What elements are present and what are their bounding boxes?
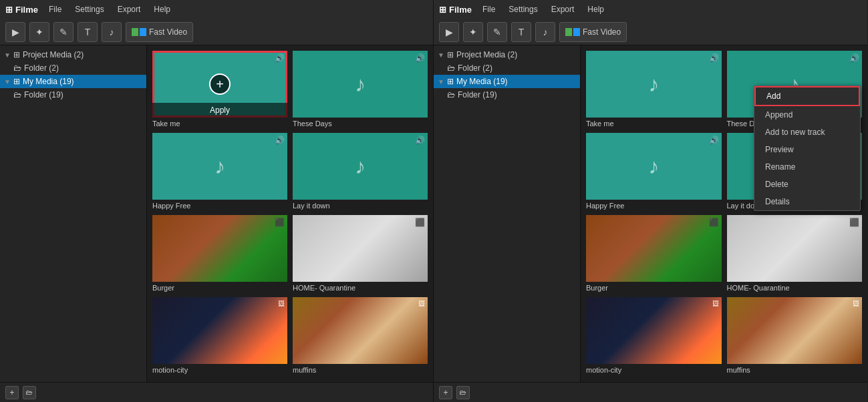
text-btn-r[interactable]: T — [511, 22, 531, 42]
apply-label: Apply — [210, 106, 230, 115]
media-item-home-r[interactable]: ⬛ HOME- Quarantine — [727, 215, 863, 292]
folder1-item[interactable]: 🗁 Folder (2) — [0, 61, 146, 75]
my-media-item[interactable]: ▼ ⊞ My Media (19) — [0, 75, 146, 88]
folder2-label-r: Folder (19) — [458, 90, 497, 99]
media-item-motion-r[interactable]: 🖼 motion-city — [586, 297, 722, 374]
effects-btn-r[interactable]: ✦ — [463, 22, 483, 42]
audio-btn[interactable]: ♪ — [102, 22, 122, 42]
project-media-item[interactable]: ▼ ⊞ Project Media (2) — [0, 48, 146, 61]
add-media-btn-r[interactable]: + — [439, 386, 452, 399]
apply-overlay: Apply — [152, 103, 287, 118]
audio-btn-r[interactable]: ♪ — [535, 22, 555, 42]
menu-file-right[interactable]: File — [480, 3, 498, 15]
context-menu-add-to-new-track[interactable]: Add to new track — [754, 124, 860, 141]
folder-icon-1: 🗁 — [13, 63, 21, 73]
media-item-burger-r[interactable]: ⬛ Burger — [586, 215, 722, 292]
menu-settings-right[interactable]: Settings — [506, 3, 540, 15]
media-item-burger[interactable]: ⬛ Burger — [152, 215, 287, 292]
music-note-3r: ♪ — [648, 154, 659, 179]
folder1-label-r: Folder (2) — [458, 63, 492, 73]
thumb-lay-it-down: 🔊 ♪ — [293, 133, 428, 200]
folder-icon-2: 🗁 — [13, 90, 21, 99]
volume-icon-3: 🔊 — [275, 136, 285, 145]
effects-btn[interactable]: ✦ — [29, 22, 49, 42]
arrow-icon: ▼ — [4, 51, 11, 59]
edit-btn[interactable]: ✎ — [53, 22, 74, 42]
bottom-toolbar-left: + 🗁 — [0, 382, 433, 402]
context-menu-delete[interactable]: Delete — [754, 176, 860, 193]
add-circle-icon: + — [209, 73, 231, 95]
lay-it-down-label: Lay it down — [293, 202, 428, 210]
fast-video-label: Fast Video — [149, 27, 187, 37]
menu-help[interactable]: Help — [151, 3, 173, 15]
project-media-item-r[interactable]: ▼ ⊞ Project Media (2) — [434, 48, 580, 61]
muffins-label-r: muffins — [727, 366, 863, 374]
thumb-muffins: 🖼 — [293, 297, 428, 364]
folder-icon-1r: 🗁 — [447, 63, 455, 73]
media-item-muffins[interactable]: 🖼 muffins — [293, 297, 428, 374]
app-name: Filme — [15, 5, 38, 15]
arrow-icon-r: ▼ — [438, 51, 444, 59]
muffins-label: muffins — [293, 366, 428, 374]
menu-export-right[interactable]: Export — [549, 3, 577, 15]
context-menu-append[interactable]: Append — [754, 106, 860, 124]
menubar-right: ⊞ Filme File Settings Export Help — [434, 0, 867, 19]
motion-city-label: motion-city — [152, 366, 287, 374]
logo-grid-icon: ⊞ — [5, 5, 13, 15]
music-note-2: ♪ — [355, 72, 366, 97]
media-area-right: 🔊 ♪ Take me 🔊 ♪ These Days 🔊 — [581, 45, 867, 382]
img-badge-motion: 🖼 — [278, 300, 285, 307]
media-item-lay-it-down[interactable]: 🔊 ♪ Lay it down — [293, 133, 428, 210]
media-item-motion-city[interactable]: 🖼 motion-city — [152, 297, 287, 374]
context-menu-details[interactable]: Details — [754, 193, 860, 210]
edit-btn-r[interactable]: ✎ — [487, 22, 507, 42]
thumb-muffins-r: 🖼 — [727, 297, 863, 364]
context-menu-add[interactable]: Add — [754, 86, 860, 106]
context-menu-rename[interactable]: Rename — [754, 158, 860, 176]
fast-video-button-right[interactable]: Fast Video — [559, 22, 627, 42]
main-area-right: ▼ ⊞ Project Media (2) 🗁 Folder (2) ▼ ⊞ M… — [434, 45, 867, 382]
music-note-3: ♪ — [214, 154, 225, 179]
folder-btn[interactable]: 🗁 — [23, 386, 36, 399]
media-item-take-me[interactable]: 🔊 + Apply Take me — [152, 51, 287, 128]
menu-export[interactable]: Export — [115, 3, 144, 15]
thumb-motion: 🖼 — [152, 297, 287, 364]
play-btn[interactable]: ▶ — [5, 22, 25, 42]
text-btn[interactable]: T — [78, 22, 98, 42]
folder2-item-r[interactable]: 🗁 Folder (19) — [434, 88, 580, 102]
app-name-right: Filme — [449, 5, 472, 15]
happy-free-label-r: Happy Free — [586, 202, 722, 210]
arrow-icon-2r: ▼ — [438, 78, 444, 85]
folder1-item-r[interactable]: 🗁 Folder (2) — [434, 61, 580, 75]
volume-icon-4: 🔊 — [415, 136, 425, 145]
folder1-label: Folder (2) — [24, 63, 59, 73]
context-menu-preview[interactable]: Preview — [754, 141, 860, 158]
media-grid-left: 🔊 + Apply Take me 🔊 ♪ These — [152, 51, 428, 374]
menu-help-right[interactable]: Help — [585, 3, 607, 15]
video-badge-burger-r: ⬛ — [709, 218, 719, 227]
thumb-these-days: 🔊 ♪ — [293, 51, 428, 118]
project-media-label-r: Project Media (2) — [456, 50, 517, 59]
my-media-item-r[interactable]: ▼ ⊞ My Media (19) — [434, 75, 580, 88]
menu-settings[interactable]: Settings — [72, 3, 106, 15]
folder-btn-r[interactable]: 🗁 — [456, 386, 470, 399]
thumb-happy-free: 🔊 ♪ — [152, 133, 287, 200]
media-item-happy-free[interactable]: 🔊 ♪ Happy Free — [152, 133, 287, 210]
folder2-item[interactable]: 🗁 Folder (19) — [0, 88, 146, 102]
menu-file[interactable]: File — [46, 3, 64, 15]
logo-grid-icon-right: ⊞ — [439, 5, 446, 15]
media-item-take-me-r[interactable]: 🔊 ♪ Take me — [586, 51, 722, 128]
thumb-motion-r: 🖼 — [586, 297, 722, 364]
media-item-these-days[interactable]: 🔊 ♪ These Days — [293, 51, 428, 128]
media-item-home-quarantine[interactable]: ⬛ HOME- Quarantine — [293, 215, 428, 292]
music-note-4: ♪ — [355, 154, 366, 179]
play-btn-r[interactable]: ▶ — [439, 22, 459, 42]
add-media-btn[interactable]: + — [5, 386, 19, 399]
media-item-muffins-r[interactable]: 🖼 muffins — [727, 297, 863, 374]
volume-icon-2r: 🔊 — [849, 53, 859, 63]
thumb-burger-r: ⬛ — [586, 215, 722, 282]
fast-video-button[interactable]: Fast Video — [126, 22, 193, 42]
toolbar-left: ▶ ✦ ✎ T ♪ Fast Video — [0, 19, 433, 45]
media-item-happy-free-r[interactable]: 🔊 ♪ Happy Free — [586, 133, 722, 210]
burger-label: Burger — [152, 284, 287, 292]
